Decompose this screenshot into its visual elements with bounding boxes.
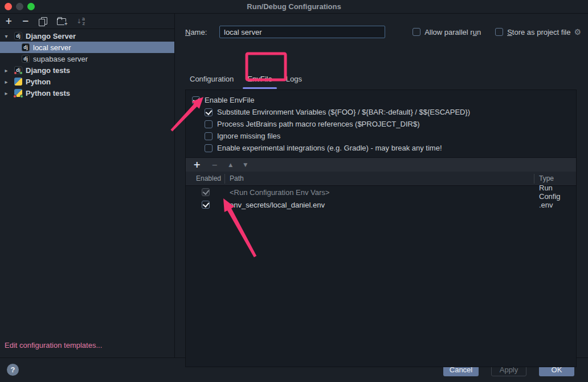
env-files-table: <Run Configuration Env Vars> Run Config … xyxy=(186,186,576,211)
configuration-name-input[interactable] xyxy=(219,26,385,38)
tree-item-label: supabase server xyxy=(33,55,88,63)
copy-configuration-icon[interactable] xyxy=(39,17,47,26)
traffic-lights xyxy=(5,3,35,10)
tab-logs[interactable]: Logs xyxy=(279,69,309,90)
run-debug-configurations-dialog: Run/Debug Configurations + − + ↓ a z ▾ d… xyxy=(0,0,588,382)
experimental-integrations-label: Enable experimental integrations (e.g. G… xyxy=(217,144,442,152)
test-failed-dot xyxy=(13,95,17,98)
test-passed-dot xyxy=(19,71,23,75)
django-icon: dj xyxy=(22,43,30,51)
tree-item-label: Django tests xyxy=(26,66,70,75)
env-files-toolbar: + − ▲ ▼ xyxy=(186,157,576,172)
row-path: <Run Configuration Env Vars> xyxy=(225,188,534,197)
move-up-icon[interactable]: ▲ xyxy=(228,162,232,168)
chevron-right-icon[interactable]: ▸ xyxy=(2,79,10,85)
new-folder-icon[interactable]: + xyxy=(57,17,67,25)
chevron-right-icon[interactable]: ▸ xyxy=(2,90,10,96)
experimental-integrations-option[interactable]: Enable experimental integrations (e.g. G… xyxy=(205,142,571,154)
ignore-missing-files-label: Ignore missing files xyxy=(217,132,280,140)
chevron-down-icon[interactable]: ▾ xyxy=(2,33,10,39)
sort-arrow-glyph: ↓ xyxy=(76,18,81,25)
row-type: Run Config xyxy=(534,184,576,201)
store-as-project-file-label: Store as project file xyxy=(507,28,570,36)
move-down-icon[interactable]: ▼ xyxy=(243,162,247,168)
column-header-enabled: Enabled xyxy=(186,174,225,184)
configuration-tabs: Configuration EnvFile Logs xyxy=(185,69,309,90)
row-path: env_secrets/local_daniel.env xyxy=(225,201,534,209)
row-enabled-checkbox[interactable] xyxy=(202,201,210,209)
ignore-missing-files-checkbox[interactable] xyxy=(205,132,213,140)
add-env-file-icon[interactable]: + xyxy=(193,160,201,169)
substitute-env-vars-option[interactable]: Substitute Environment Variables (${FOO}… xyxy=(205,106,571,118)
tab-envfile[interactable]: EnvFile xyxy=(240,69,279,90)
django-tests-icon: dj xyxy=(14,66,22,74)
substitute-env-vars-label: Substitute Environment Variables (${FOO}… xyxy=(217,108,470,116)
remove-env-file-icon[interactable]: − xyxy=(211,161,218,169)
tab-configuration[interactable]: Configuration xyxy=(185,69,240,90)
store-as-project-file-checkbox[interactable] xyxy=(495,28,503,36)
experimental-integrations-checkbox[interactable] xyxy=(205,144,213,152)
test-passed-dot xyxy=(20,95,23,98)
tree-item-python-tests[interactable]: ▸ Python tests xyxy=(0,87,174,99)
close-window-button[interactable] xyxy=(5,3,12,10)
zoom-window-button[interactable] xyxy=(27,3,35,10)
ignore-missing-files-option[interactable]: Ignore missing files xyxy=(205,130,571,142)
envfile-options: Enable EnvFile Substitute Environment Va… xyxy=(186,90,576,157)
chevron-right-icon[interactable]: ▸ xyxy=(2,67,10,74)
tree-item-label: local server xyxy=(33,43,71,52)
django-icon: dj xyxy=(22,55,30,63)
configurations-sidebar: + − + ↓ a z ▾ dj Django Server dj l xyxy=(0,14,175,357)
tree-item-python[interactable]: ▸ Python xyxy=(0,76,174,87)
tree-item-label: Python tests xyxy=(26,89,70,97)
row-type: .env xyxy=(534,201,576,209)
add-configuration-icon[interactable]: + xyxy=(5,17,13,26)
window-title: Run/Debug Configurations xyxy=(247,2,341,11)
name-row: Name: Allow parallel run Store as projec… xyxy=(185,26,581,38)
remove-configuration-icon[interactable]: − xyxy=(22,17,30,26)
sort-z-glyph: z xyxy=(83,21,85,26)
titlebar: Run/Debug Configurations xyxy=(0,0,588,14)
django-icon: dj xyxy=(14,32,22,40)
enable-envfile-label: Enable EnvFile xyxy=(205,96,254,104)
allow-parallel-run-option[interactable]: Allow parallel run xyxy=(413,28,481,36)
folder-plus-badge: + xyxy=(64,22,67,27)
python-tests-icon xyxy=(14,89,22,97)
process-path-macro-checkbox[interactable] xyxy=(205,120,213,128)
column-header-type: Type xyxy=(534,174,576,182)
gear-icon[interactable]: ⚙ xyxy=(574,27,581,36)
substitute-env-vars-checkbox[interactable] xyxy=(205,108,213,116)
tree-item-django-server[interactable]: ▾ dj Django Server xyxy=(0,30,174,42)
tree-item-label: Django Server xyxy=(26,32,76,40)
help-icon[interactable]: ? xyxy=(7,364,19,376)
sort-configurations-icon[interactable]: ↓ a z xyxy=(76,17,85,26)
python-icon xyxy=(14,78,22,86)
tree-item-local-server[interactable]: dj local server xyxy=(0,42,174,53)
column-header-path: Path xyxy=(225,174,534,184)
allow-parallel-run-checkbox[interactable] xyxy=(413,28,420,36)
tree-item-supabase-server[interactable]: dj supabase server xyxy=(0,53,174,64)
env-files-table-header: Enabled Path Type xyxy=(186,172,576,186)
table-row[interactable]: env_secrets/local_daniel.env .env xyxy=(186,198,576,211)
tree-item-label: Python xyxy=(26,78,51,86)
envfile-panel: Enable EnvFile Substitute Environment Va… xyxy=(185,90,577,367)
row-enabled-checkbox xyxy=(202,188,210,196)
name-label: Name: xyxy=(185,28,219,36)
enable-envfile-option[interactable]: Enable EnvFile xyxy=(192,94,571,106)
allow-parallel-run-label: Allow parallel run xyxy=(424,28,481,36)
process-path-macro-label: Process JetBrains path macro references … xyxy=(217,120,419,128)
minimize-window-button[interactable] xyxy=(16,3,23,10)
process-path-macro-option[interactable]: Process JetBrains path macro references … xyxy=(205,118,571,130)
store-as-project-file-option[interactable]: Store as project file ⚙ xyxy=(495,27,581,36)
sidebar-toolbar: + − + ↓ a z xyxy=(0,14,174,29)
edit-configuration-templates-link[interactable]: Edit configuration templates... xyxy=(5,341,102,350)
configurations-tree: ▾ dj Django Server dj local server dj su… xyxy=(0,29,174,357)
tree-item-django-tests[interactable]: ▸ dj Django tests xyxy=(0,64,174,76)
enable-envfile-checkbox[interactable] xyxy=(192,96,200,104)
test-failed-dot xyxy=(14,71,17,75)
configuration-editor: Name: Allow parallel run Store as projec… xyxy=(175,14,588,357)
table-row[interactable]: <Run Configuration Env Vars> Run Config xyxy=(186,186,576,198)
